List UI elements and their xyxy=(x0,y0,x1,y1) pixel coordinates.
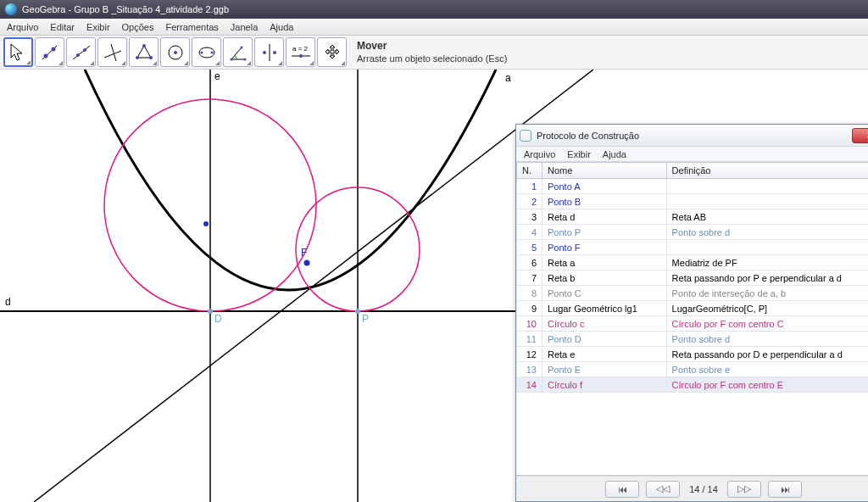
svg-point-33 xyxy=(208,309,213,314)
cell-nome: Lugar Geométrico lg1 xyxy=(542,301,667,316)
window-title: GeoGebra - Grupo B _Situação 4_atividade… xyxy=(22,4,863,14)
cell-n: 3 xyxy=(517,209,542,225)
cell-def xyxy=(666,194,868,209)
table-row[interactable]: 7Reta bReta passando por P e perpendicul… xyxy=(517,271,869,286)
tool-slider[interactable]: a = 2 xyxy=(286,37,315,67)
app-icon xyxy=(5,3,17,15)
cell-n: 1 xyxy=(517,179,542,194)
table-row[interactable]: 10Círculo cCírculo por F com centro C xyxy=(517,316,869,332)
slider-icon: a = 2 xyxy=(289,44,313,61)
menu-janela[interactable]: Janela xyxy=(225,20,263,34)
table-row[interactable]: 6Reta aMediatriz de PF xyxy=(517,255,869,271)
cell-nome: Ponto B xyxy=(542,194,667,209)
tool-reflect[interactable] xyxy=(254,37,284,67)
dropdown-arrow-icon xyxy=(184,61,188,65)
menu-exibir[interactable]: Exibir xyxy=(81,20,115,34)
cell-nome: Reta b xyxy=(542,271,667,286)
nav-next-button[interactable]: ▷▷ xyxy=(727,481,761,498)
cp-menu-ajuda[interactable]: Ajuda xyxy=(598,149,631,159)
toolbar-tip: Mover Arraste um objeto selecionado (Esc… xyxy=(357,40,507,65)
tool-polygon[interactable] xyxy=(129,37,159,67)
col-n[interactable]: N. xyxy=(517,163,542,179)
svg-point-9 xyxy=(142,44,146,47)
cell-nome: Reta d xyxy=(542,209,667,225)
cell-def: Mediatriz de PF xyxy=(666,255,868,271)
menu-opcoes[interactable]: Opções xyxy=(117,20,159,34)
cell-def xyxy=(666,240,868,255)
reflect-icon xyxy=(259,42,280,63)
table-header-row: N. Nome Definição xyxy=(517,163,869,179)
tool-point[interactable] xyxy=(35,37,64,67)
dropdown-arrow-icon xyxy=(90,61,94,65)
last-icon: ⏭ xyxy=(781,484,790,494)
cp-table-wrap[interactable]: N. Nome Definição 1Ponto A2Ponto B3Reta … xyxy=(516,162,868,476)
cell-def: Ponto de interseção de a, b xyxy=(666,286,868,301)
table-row[interactable]: 4Ponto PPonto sobre d xyxy=(517,225,869,240)
table-row[interactable]: 3Reta dReta AB xyxy=(517,209,869,225)
label-P: P xyxy=(362,313,369,325)
dropdown-arrow-icon xyxy=(247,61,251,65)
construction-protocol-window[interactable]: Protocolo de Construção ✕ Arquivo Exibir… xyxy=(515,124,868,502)
table-row[interactable]: 8Ponto CPonto de interseção de a, b xyxy=(517,286,869,301)
label-a: a xyxy=(505,72,511,84)
cell-nome: Ponto E xyxy=(542,362,667,377)
close-button[interactable]: ✕ xyxy=(852,128,868,143)
menu-ferramentas[interactable]: Ferramentas xyxy=(160,20,223,34)
dropdown-arrow-icon xyxy=(341,61,345,65)
cp-titlebar[interactable]: Protocolo de Construção ✕ xyxy=(516,125,868,147)
table-row[interactable]: 2Ponto B xyxy=(517,194,869,209)
svg-point-22 xyxy=(273,51,276,54)
tool-conic[interactable] xyxy=(192,37,221,67)
dropdown-arrow-icon xyxy=(309,61,314,65)
table-row[interactable]: 12Reta eReta passando por D e perpendicu… xyxy=(517,347,869,362)
dropdown-arrow-icon xyxy=(58,61,63,65)
cell-def: Ponto sobre e xyxy=(666,362,868,377)
cell-n: 7 xyxy=(517,271,542,286)
menu-arquivo[interactable]: Arquivo xyxy=(2,20,43,34)
cp-menu-arquivo[interactable]: Arquivo xyxy=(520,149,559,159)
tool-perpendicular[interactable] xyxy=(97,37,127,67)
col-def[interactable]: Definição xyxy=(666,163,868,179)
table-row[interactable]: 9Lugar Geométrico lg1LugarGeométrico[C, … xyxy=(517,301,869,316)
cell-nome: Ponto F xyxy=(542,240,667,255)
cell-def: Reta passando por D e perpendicular a d xyxy=(666,347,868,362)
svg-point-19 xyxy=(240,46,242,48)
cp-menu-exibir[interactable]: Exibir xyxy=(563,149,595,159)
svg-point-4 xyxy=(76,53,80,57)
label-D: D xyxy=(214,313,222,325)
svg-point-15 xyxy=(200,51,203,53)
tool-move[interactable] xyxy=(3,37,33,67)
angle-icon xyxy=(228,42,248,63)
table-row[interactable]: 11Ponto DPonto sobre d xyxy=(517,332,869,347)
col-nome[interactable]: Nome xyxy=(542,163,667,179)
tool-angle[interactable] xyxy=(223,37,253,67)
svg-point-16 xyxy=(210,51,213,53)
table-row[interactable]: 1Ponto A xyxy=(517,179,869,194)
cell-n: 12 xyxy=(517,347,542,362)
tool-name-label: Mover xyxy=(357,40,507,53)
table-row[interactable]: 5Ponto F xyxy=(517,240,869,255)
cell-n: 14 xyxy=(517,377,542,393)
label-d: d xyxy=(5,296,11,308)
nav-prev-button[interactable]: ◁◁ xyxy=(646,481,680,498)
nav-first-button[interactable]: ⏮ xyxy=(605,481,639,498)
cell-nome: Círculo f xyxy=(542,377,667,393)
table-row[interactable]: 13Ponto EPonto sobre e xyxy=(517,362,869,377)
cell-n: 11 xyxy=(517,332,542,347)
svg-line-7 xyxy=(111,44,116,61)
cell-nome: Reta e xyxy=(542,347,667,362)
tool-move-view[interactable] xyxy=(317,37,347,67)
tool-line[interactable] xyxy=(66,37,96,67)
table-row[interactable]: 14Círculo fCírculo por F com centro E xyxy=(517,377,869,393)
dropdown-arrow-icon xyxy=(278,61,282,65)
tool-circle[interactable] xyxy=(160,37,190,67)
cell-nome: Ponto A xyxy=(542,179,667,194)
nav-last-button[interactable]: ⏭ xyxy=(768,481,802,498)
cell-nome: Ponto C xyxy=(542,286,667,301)
menu-ajuda[interactable]: Ajuda xyxy=(264,20,298,34)
menu-editar[interactable]: Editar xyxy=(45,20,80,34)
svg-line-6 xyxy=(104,51,121,58)
svg-point-32 xyxy=(304,260,310,266)
cell-n: 6 xyxy=(517,255,542,271)
window-titlebar: GeoGebra - Grupo B _Situação 4_atividade… xyxy=(0,0,868,19)
